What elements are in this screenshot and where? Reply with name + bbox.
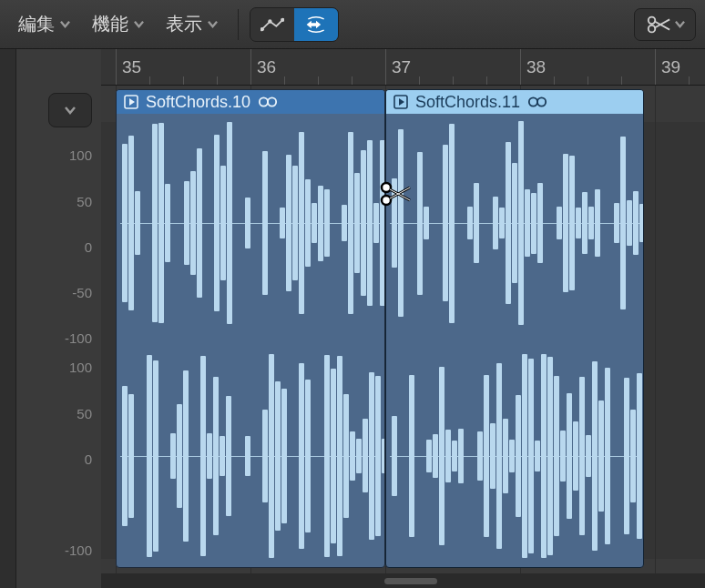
- svg-point-14: [529, 97, 537, 106]
- region-name: SoftChords.11: [415, 93, 520, 112]
- link-icon: [527, 95, 547, 109]
- svg-point-5: [648, 25, 654, 31]
- svg-point-15: [537, 97, 546, 106]
- level-column: 100 50 0 -50 -100 100 50 0 -100: [16, 49, 101, 588]
- functions-menu-label: 機能: [92, 12, 128, 36]
- svg-point-11: [268, 97, 276, 106]
- edit-menu[interactable]: 編集: [9, 6, 79, 42]
- scissors-icon: [646, 15, 671, 35]
- amp-label: 50: [77, 406, 92, 421]
- svg-line-7: [654, 19, 669, 27]
- chevron-down-icon: [60, 19, 70, 29]
- scissors-tool-button[interactable]: [634, 8, 696, 41]
- amp-label: 50: [77, 194, 92, 209]
- svg-marker-9: [129, 98, 135, 106]
- ruler-tick: 37: [385, 49, 411, 85]
- amp-label: 0: [85, 451, 92, 467]
- svg-line-6: [654, 21, 669, 29]
- scroll-corner: [690, 573, 705, 588]
- dim-after: [644, 122, 705, 559]
- track-area[interactable]: SoftChords.10SoftChords.11: [101, 86, 705, 573]
- flex-tool-button[interactable]: [294, 8, 338, 41]
- view-menu-label: 表示: [166, 12, 202, 36]
- edit-menu-label: 編集: [18, 12, 55, 36]
- catch-playhead-button[interactable]: [48, 93, 92, 127]
- waveform[interactable]: [117, 114, 384, 567]
- editor[interactable]: 3536373839 SoftChords.10SoftChords.11: [101, 49, 705, 588]
- amp-label: -100: [65, 330, 92, 346]
- tool-segment: [250, 7, 339, 42]
- horizontal-scrollbar[interactable]: [101, 573, 690, 588]
- scrollbar-thumb[interactable]: [384, 578, 437, 584]
- chevron-down-icon: [208, 19, 218, 29]
- svg-point-10: [260, 97, 268, 106]
- ruler-tick: 38: [520, 49, 546, 85]
- amp-label: 100: [69, 147, 92, 163]
- svg-point-1: [268, 19, 271, 23]
- chevron-down-icon: [675, 19, 685, 29]
- play-icon: [124, 95, 138, 109]
- automation-icon: [261, 15, 284, 34]
- main-area: 100 50 0 -50 -100 100 50 0 -100 35363738…: [0, 49, 705, 588]
- svg-point-4: [648, 16, 654, 23]
- region-header[interactable]: SoftChords.10: [117, 90, 384, 114]
- amp-label: 0: [85, 239, 92, 255]
- region-name: SoftChords.10: [146, 93, 250, 112]
- ruler-tick: 39: [655, 49, 680, 85]
- ruler-tick: 36: [250, 49, 276, 85]
- amp-label: -50: [72, 285, 92, 300]
- waveform[interactable]: [386, 114, 643, 567]
- amp-label: 100: [69, 360, 92, 375]
- chevron-down-icon: [64, 104, 77, 117]
- audio-region[interactable]: SoftChords.10: [116, 89, 385, 568]
- toolbar: 編集 機能 表示: [0, 0, 705, 49]
- audio-region[interactable]: SoftChords.11: [385, 89, 644, 568]
- automation-tool-button[interactable]: [250, 8, 294, 41]
- amp-label: -100: [65, 542, 92, 558]
- svg-marker-3: [307, 20, 322, 28]
- flex-icon: [304, 15, 328, 34]
- svg-marker-13: [399, 98, 404, 106]
- functions-menu[interactable]: 機能: [83, 6, 153, 42]
- region-header[interactable]: SoftChords.11: [386, 90, 643, 114]
- link-icon: [258, 95, 278, 109]
- time-ruler[interactable]: 3536373839: [101, 49, 705, 86]
- left-gutter: [0, 49, 16, 588]
- dim-before: [101, 122, 116, 559]
- view-menu[interactable]: 表示: [157, 6, 227, 42]
- play-icon: [393, 95, 408, 109]
- ruler-tick: 35: [116, 49, 141, 85]
- toolbar-divider: [238, 9, 239, 40]
- menu-group: 編集 機能 表示: [9, 6, 227, 42]
- chevron-down-icon: [134, 19, 144, 29]
